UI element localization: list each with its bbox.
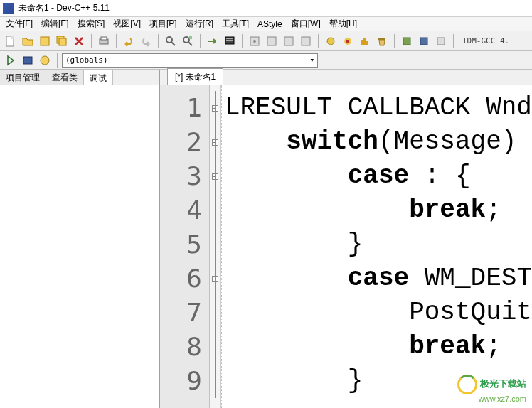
line-number-gutter: 1 2 3 4 5 6 7 8 9 [160,85,210,408]
svg-rect-20 [346,40,349,43]
left-panel-content [0,85,159,408]
redo-button[interactable] [138,33,154,49]
svg-rect-25 [403,38,410,45]
menu-window[interactable]: 窗口[W] [287,16,325,31]
secondary-toolbar: (globals) ▾ [0,51,532,70]
title-bar: 未命名1 - Dev-C++ 5.11 [0,0,532,17]
editor-tab-untitled1[interactable]: [*] 未命名1 [167,68,223,85]
app-icon [3,3,14,14]
run-button[interactable] [264,33,280,49]
debug-button[interactable] [323,33,339,49]
line-number: 2 [160,125,209,159]
fold-marker[interactable]: − [210,125,220,159]
line-number: 4 [160,193,209,227]
new-source-button[interactable] [3,53,18,68]
goto-button[interactable] [205,33,220,49]
separator [318,34,319,48]
compile-run-button[interactable] [281,33,297,49]
fold-line [210,330,220,364]
svg-rect-4 [59,38,66,45]
svg-point-7 [166,37,172,43]
svg-rect-6 [101,37,107,40]
svg-rect-23 [366,41,368,45]
svg-rect-21 [361,40,363,45]
svg-rect-22 [363,38,366,45]
svg-point-8 [183,37,189,43]
undo-button[interactable] [121,33,137,49]
fold-line [210,364,220,398]
scope-selector[interactable]: (globals) ▾ [62,53,318,68]
svg-rect-24 [378,38,385,40]
menu-search[interactable]: 搜索[S] [73,16,110,31]
fold-line [210,296,220,330]
print-button[interactable] [96,33,112,49]
svg-point-29 [41,56,49,65]
separator [200,34,201,48]
main-toolbar: TDM-GCC 4. [0,31,532,51]
separator [158,34,159,48]
editor-tabs: [*] 未命名1 [160,70,532,85]
menu-tools[interactable]: 工具[T] [218,16,253,31]
svg-rect-9 [189,36,192,39]
main-area: 项目管理 查看类 调试 [*] 未命名1 1 2 3 4 5 6 7 8 9 − [0,70,532,408]
menu-help[interactable]: 帮助[H] [325,16,361,31]
profile-button[interactable] [357,33,373,49]
separator [453,34,454,48]
menu-file[interactable]: 文件[F] [1,16,37,31]
svg-point-18 [327,38,334,45]
menu-edit[interactable]: 编辑[E] [37,16,73,31]
svg-rect-1 [11,36,14,39]
help-button[interactable] [37,53,53,68]
menu-astyle[interactable]: AStyle [253,18,287,31]
fold-marker[interactable]: − [210,262,220,296]
svg-rect-16 [284,37,293,45]
options1-button[interactable] [399,33,415,49]
find-button[interactable] [163,33,179,49]
open-button[interactable] [20,33,36,49]
fold-marker[interactable]: − [210,159,220,193]
line-number: 6 [160,262,209,296]
replace-button[interactable] [180,33,196,49]
left-panel: 项目管理 查看类 调试 [0,70,160,408]
separator [242,34,243,48]
editor-area: [*] 未命名1 1 2 3 4 5 6 7 8 9 − − − − [160,70,532,408]
tab-class-view[interactable]: 查看类 [46,70,84,85]
menu-project[interactable]: 项目[P] [145,16,181,31]
separator [116,34,117,48]
menu-view[interactable]: 视图[V] [109,16,145,31]
tab-debug[interactable]: 调试 [84,70,113,85]
tab-project-manage[interactable]: 项目管理 [0,70,46,85]
svg-rect-28 [23,57,32,64]
book-button[interactable] [20,53,36,68]
svg-rect-27 [437,38,445,45]
fold-marker[interactable]: − [210,91,220,125]
fold-column: − − − − [210,85,221,408]
bookmarks-button[interactable] [222,33,238,49]
save-button[interactable] [37,33,53,49]
options2-button[interactable] [416,33,432,49]
stop-debug-button[interactable] [340,33,356,49]
line-number: 9 [160,364,209,398]
line-number: 7 [160,296,209,330]
line-number: 5 [160,227,209,262]
svg-point-14 [253,40,256,43]
svg-rect-12 [226,40,233,41]
svg-rect-2 [41,37,49,45]
fold-line [210,193,220,227]
editor-body[interactable]: 1 2 3 4 5 6 7 8 9 − − − − LRESUL [160,85,532,408]
clean-button[interactable] [374,33,390,49]
code-content[interactable]: LRESULT CALLBACK Wnd switch(Message) cas… [221,85,532,408]
fold-line [210,227,220,262]
save-all-button[interactable] [54,33,70,49]
separator [394,34,395,48]
menu-run[interactable]: 运行[R] [181,16,218,31]
svg-rect-26 [420,38,427,45]
compile-button[interactable] [247,33,262,49]
separator [91,34,92,48]
close-button[interactable] [71,33,87,49]
new-file-button[interactable] [3,33,18,49]
options3-button[interactable] [433,33,449,49]
rebuild-button[interactable] [298,33,314,49]
window-title: 未命名1 - Dev-C++ 5.11 [18,2,110,14]
compiler-label: TDM-GCC 4. [462,36,509,45]
